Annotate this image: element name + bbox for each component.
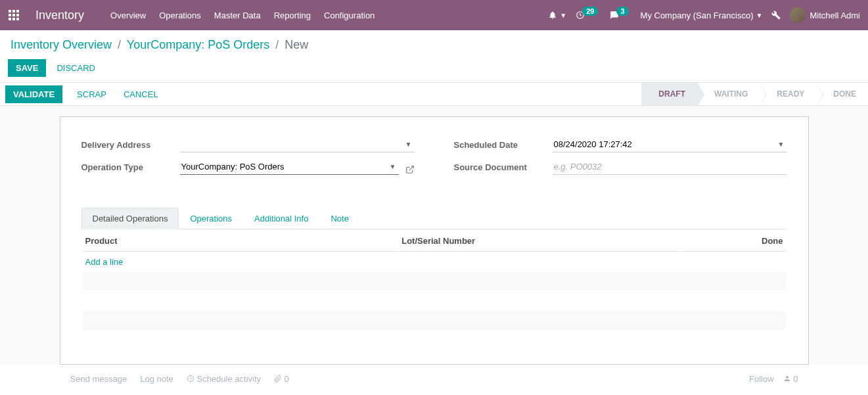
delivery-address-input[interactable] xyxy=(180,137,415,152)
cancel-button[interactable]: Cancel xyxy=(121,85,161,103)
form-col-left: Delivery Address ▼ Operation Type ▼ xyxy=(81,137,415,181)
attachments-link[interactable]: 0 xyxy=(274,374,289,384)
save-button[interactable]: Save xyxy=(8,59,46,77)
status-step-draft[interactable]: Draft xyxy=(641,83,697,105)
col-lot: Lot/Serial Number xyxy=(399,231,679,252)
discuss-icon[interactable]: 3 xyxy=(610,11,631,20)
breadcrumb-current: New xyxy=(285,38,308,51)
svg-rect-2 xyxy=(16,10,19,12)
field-delivery-address: Delivery Address ▼ xyxy=(81,137,415,152)
source-document-input[interactable] xyxy=(553,159,787,175)
form-sheet: Delivery Address ▼ Operation Type ▼ Sch xyxy=(60,116,809,365)
svg-rect-4 xyxy=(12,14,15,16)
breadcrumb-sep: / xyxy=(118,38,121,51)
log-note-link[interactable]: Log note xyxy=(140,374,173,384)
field-source-document: Source Document xyxy=(454,159,787,175)
followers-count[interactable]: 0 xyxy=(783,374,798,384)
tab-operations[interactable]: Operations xyxy=(179,208,243,229)
notifications-icon[interactable]: ▼ xyxy=(548,11,566,20)
clock-icon xyxy=(187,375,194,383)
delivery-address-label: Delivery Address xyxy=(81,140,180,150)
nav-menu-configuration[interactable]: Configuration xyxy=(324,11,375,20)
topnav-right: ▼ 29 3 My Company (San Francisco) ▼ Mitc… xyxy=(548,7,860,23)
user-menu[interactable]: Mitchell Admi xyxy=(790,7,860,23)
nav-menu-operations[interactable]: Operations xyxy=(159,11,201,20)
send-message-link[interactable]: Send message xyxy=(70,374,127,384)
notebook-tabs: Detailed Operations Operations Additiona… xyxy=(81,208,787,229)
svg-rect-5 xyxy=(16,14,19,16)
debug-icon[interactable] xyxy=(771,11,781,20)
table-row-empty xyxy=(83,272,786,290)
app-title[interactable]: Inventory xyxy=(35,9,84,22)
table-row-empty xyxy=(83,312,786,330)
field-operation-type: Operation Type ▼ xyxy=(81,159,415,175)
add-line-link[interactable]: Add a line xyxy=(85,257,124,267)
external-link-icon[interactable] xyxy=(405,165,415,176)
svg-rect-6 xyxy=(9,18,11,20)
form-grid: Delivery Address ▼ Operation Type ▼ Sch xyxy=(81,137,787,181)
nav-menu-master-data[interactable]: Master Data xyxy=(214,11,261,20)
discuss-badge: 3 xyxy=(616,7,628,16)
operation-type-label: Operation Type xyxy=(81,162,180,172)
detailed-operations-table: Product Lot/Serial Number Done Add a lin… xyxy=(81,229,787,351)
breadcrumb-link-1[interactable]: YourCompany: PoS Orders xyxy=(127,38,269,51)
status-step-ready[interactable]: Ready xyxy=(760,83,816,105)
form-col-right: Scheduled Date ▼ Source Document xyxy=(454,137,787,181)
tab-note[interactable]: Note xyxy=(319,208,359,229)
caret-down-icon: ▼ xyxy=(560,12,566,19)
field-scheduled-date: Scheduled Date ▼ xyxy=(454,137,787,152)
control-panel: Save Discard xyxy=(0,54,868,82)
form-view: Delivery Address ▼ Operation Type ▼ Sch xyxy=(0,106,868,365)
svg-rect-7 xyxy=(12,18,15,20)
schedule-activity-link[interactable]: Schedule activity xyxy=(187,374,261,384)
tab-detailed-operations[interactable]: Detailed Operations xyxy=(81,208,179,229)
avatar xyxy=(790,7,806,23)
follow-button[interactable]: Follow xyxy=(749,374,774,384)
scheduled-date-input[interactable] xyxy=(553,137,787,152)
scrap-button[interactable]: Scrap xyxy=(74,85,109,103)
svg-line-10 xyxy=(409,166,413,170)
svg-rect-1 xyxy=(12,10,15,12)
status-steps: Draft Waiting Ready Done xyxy=(641,83,868,105)
table-row-empty xyxy=(83,292,786,310)
username: Mitchell Admi xyxy=(810,11,860,20)
apps-icon[interactable] xyxy=(8,9,20,21)
activities-icon[interactable]: 29 xyxy=(576,11,601,20)
caret-down-icon: ▼ xyxy=(756,12,763,19)
tab-additional-info[interactable]: Additional Info xyxy=(243,208,319,229)
source-document-label: Source Document xyxy=(454,162,553,172)
col-product: Product xyxy=(83,231,398,252)
nav-menu: Overview Operations Master Data Reportin… xyxy=(110,11,375,20)
breadcrumb-sep: / xyxy=(275,38,279,51)
table-row-empty xyxy=(83,331,786,350)
svg-rect-0 xyxy=(9,10,11,12)
svg-rect-8 xyxy=(16,18,19,20)
validate-button[interactable]: Validate xyxy=(5,85,62,103)
col-done: Done xyxy=(681,231,786,252)
top-navbar: Inventory Overview Operations Master Dat… xyxy=(0,0,868,30)
breadcrumb-bar: Inventory Overview / YourCompany: PoS Or… xyxy=(0,30,868,54)
status-step-done[interactable]: Done xyxy=(816,83,868,105)
nav-menu-reporting[interactable]: Reporting xyxy=(274,11,311,20)
svg-rect-3 xyxy=(9,14,11,16)
company-name: My Company (San Francisco) xyxy=(641,11,754,20)
person-icon xyxy=(783,375,791,383)
paperclip-icon xyxy=(274,375,282,383)
table-row-add: Add a line xyxy=(83,253,786,271)
activities-badge: 29 xyxy=(582,7,598,16)
chatter: Send message Log note Schedule activity … xyxy=(60,365,809,384)
nav-menu-overview[interactable]: Overview xyxy=(110,11,146,20)
statusbar: Validate Scrap Cancel Draft Waiting Read… xyxy=(0,82,868,106)
breadcrumb: Inventory Overview / YourCompany: PoS Or… xyxy=(11,38,857,52)
operation-type-input[interactable] xyxy=(180,159,399,175)
discard-button[interactable]: Discard xyxy=(54,59,98,77)
breadcrumb-link-0[interactable]: Inventory Overview xyxy=(11,38,112,51)
follow-area: Follow 0 xyxy=(749,374,808,384)
statusbar-buttons: Validate Scrap Cancel xyxy=(0,85,161,103)
scheduled-date-label: Scheduled Date xyxy=(454,140,553,150)
company-switcher[interactable]: My Company (San Francisco) ▼ xyxy=(641,11,763,20)
status-step-waiting[interactable]: Waiting xyxy=(697,83,760,105)
